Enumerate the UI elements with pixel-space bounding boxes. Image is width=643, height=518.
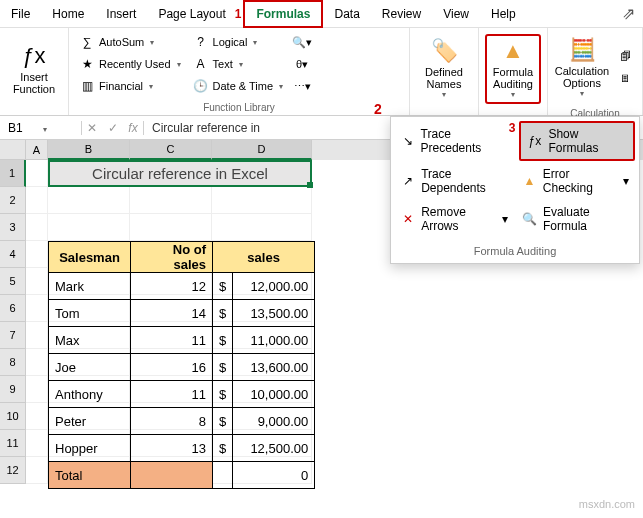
question-icon: ? [193,35,209,49]
row-header-3[interactable]: 3 [0,214,26,241]
trace-dependents-button[interactable]: ↗Trace Dependents [395,163,514,199]
chevron-down-icon: ▾ [279,82,283,91]
callout-1: 1 [235,7,242,21]
more-functions-button[interactable]: ⋯▾ [291,76,313,96]
chevron-down-icon: ▾ [580,89,584,98]
chevron-down-icon: ▾ [623,174,629,188]
row-header-8[interactable]: 8 [0,349,26,376]
evaluate-formula-button[interactable]: 🔍Evaluate Formula [516,201,635,237]
tag-icon: 🏷️ [431,38,458,64]
chevron-down-icon: ▾ [502,212,508,226]
chevron-down-icon: ▾ [177,60,181,69]
calculation-options-label: Calculation Options [555,65,609,89]
trace-precedents-icon: ↘ [401,134,415,148]
calc-now-button[interactable]: 🗐 [614,46,636,66]
error-checking-button[interactable]: ▲Error Checking▾ [516,163,635,199]
group-defined-names: 🏷️ Defined Names ▾ [410,28,479,115]
show-formulas-button[interactable]: ƒxShow Formulas [519,121,635,161]
formula-auditing-label: Formula Auditing [493,66,533,90]
recently-used-button[interactable]: ★Recently Used▾ [75,54,185,74]
header-sales[interactable]: sales [213,242,315,273]
tab-view[interactable]: View [432,0,480,28]
table-row-total: Total0 [49,462,315,489]
defined-names-button[interactable]: 🏷️ Defined Names ▾ [416,34,472,104]
watermark: msxdn.com [579,498,635,510]
table-row: Mark12$12,000.00 [49,273,315,300]
lookup-icon: 🔍 [292,36,306,49]
row-header-1[interactable]: 1 [0,160,26,187]
selected-range[interactable]: Circular reference in Excel [48,160,312,187]
row-header-11[interactable]: 11 [0,430,26,457]
insert-function-button[interactable]: ƒx Insert Function [6,34,62,104]
math-button[interactable]: θ▾ [291,54,313,74]
logical-button[interactable]: ?Logical▾ [189,32,288,52]
row-header-5[interactable]: 5 [0,268,26,295]
tab-file[interactable]: File [0,0,41,28]
row-header-7[interactable]: 7 [0,322,26,349]
table-row: Anthony11$10,000.00 [49,381,315,408]
tab-review[interactable]: Review [371,0,432,28]
col-header-a[interactable]: A [26,140,48,160]
table-row: Joe16$13,600.00 [49,354,315,381]
tab-data[interactable]: Data [323,0,370,28]
row-header-12[interactable]: 12 [0,457,26,484]
chevron-down-icon: ▾ [239,60,243,69]
chevron-down-icon: ▾ [150,38,154,47]
tab-home[interactable]: Home [41,0,95,28]
row-header-10[interactable]: 10 [0,403,26,430]
autosum-button[interactable]: ∑AutoSum▾ [75,32,185,52]
calculation-options-button[interactable]: 🧮 Calculation Options ▾ [554,32,610,102]
chevron-down-icon: ▾ [442,90,446,99]
tab-formulas[interactable]: Formulas [243,0,323,28]
share-icon[interactable]: ⇗ [622,4,635,23]
table-row: Hopper13$12,500.00 [49,435,315,462]
trace-precedents-button[interactable]: ↘Trace Precedents [395,121,507,161]
header-no-of-sales[interactable]: No of sales [131,242,213,273]
clock-icon: 🕒 [193,79,209,93]
group-calculation: 🧮 Calculation Options ▾ 🗐 🗏 Calculation [548,28,643,115]
financial-button[interactable]: ▥Financial▾ [75,76,185,96]
datetime-button[interactable]: 🕒Date & Time▾ [189,76,288,96]
col-header-b[interactable]: B [48,140,130,160]
col-header-d[interactable]: D [212,140,312,160]
group-formula-auditing: ▲ Formula Auditing ▾ [479,28,548,115]
col-header-c[interactable]: C [130,140,212,160]
dropdown-group-label: Formula Auditing [395,239,635,259]
trace-dependents-icon: ↗ [401,174,415,188]
calc-sheet-button[interactable]: 🗏 [614,68,636,88]
star-icon: ★ [79,57,95,71]
chevron-down-icon: ▾ [149,82,153,91]
formula-auditing-button[interactable]: ▲ Formula Auditing ▾ [485,34,541,104]
tab-insert[interactable]: Insert [95,0,147,28]
enter-icon[interactable]: ✓ [108,121,118,135]
lookup-button[interactable]: 🔍▾ [291,32,313,52]
group-label-blank [0,109,68,115]
cancel-icon[interactable]: ✕ [87,121,97,135]
sheet-icon: 🗏 [620,72,631,84]
text-icon: A [193,57,209,71]
row-header-2[interactable]: 2 [0,187,26,214]
row-header-9[interactable]: 9 [0,376,26,403]
remove-arrows-icon: ✕ [401,212,415,226]
formula-bar-buttons: ✕ ✓ fx [82,121,144,135]
insert-function-label: Insert Function [13,71,55,95]
select-all-corner[interactable] [0,140,26,160]
defined-names-label: Defined Names [425,66,463,90]
name-box[interactable]: B1▾ [0,121,82,135]
header-salesman[interactable]: Salesman [49,242,131,273]
row-header-6[interactable]: 6 [0,295,26,322]
tab-help[interactable]: Help [480,0,527,28]
chevron-down-icon: ▾ [253,38,257,47]
callout-2: 2 [374,101,382,117]
tab-page-layout[interactable]: Page Layout [147,0,236,28]
fx-icon[interactable]: fx [128,121,137,135]
group-function-library: ∑AutoSum▾ ★Recently Used▾ ▥Financial▾ ?L… [69,28,410,115]
menubar: File Home Insert Page Layout 1 Formulas … [0,0,643,28]
row-header-4[interactable]: 4 [0,241,26,268]
table-row: Max11$11,000.00 [49,327,315,354]
remove-arrows-button[interactable]: ✕Remove Arrows▾ [395,201,514,237]
data-table: Salesman No of sales sales Mark12$12,000… [48,241,315,489]
warning-icon: ▲ [522,174,537,188]
text-button[interactable]: AText▾ [189,54,288,74]
table-row: Peter8$9,000.00 [49,408,315,435]
